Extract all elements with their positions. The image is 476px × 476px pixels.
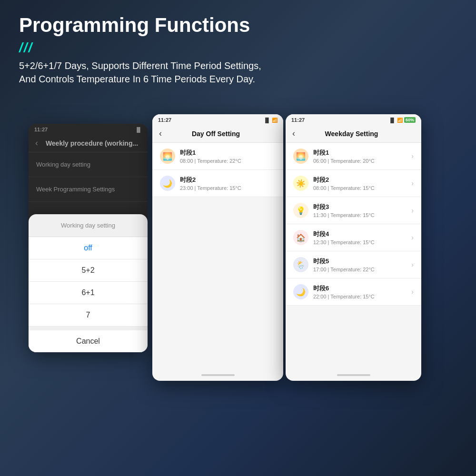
- phone2-signal-icon: ▐▌: [264, 118, 270, 123]
- phone3-nav-title: Weekday Setting: [300, 130, 403, 138]
- phone2-item-1-text: 时段1 08:00 | Temperature: 22°C: [180, 149, 276, 164]
- phone3-item-6-subtitle: 22:00 | Temperature: 15°C: [313, 294, 411, 299]
- phone3-item-5-text: 时段5 17:00 | Temperature: 22°C: [313, 257, 411, 272]
- phone3-signal-icon: ▐▌: [389, 118, 396, 123]
- phone3-item-4[interactable]: 🏠 时段4 12:30 | Temperature: 15°C ›: [286, 224, 421, 251]
- phone-3: 11:27 ▐▌ 📶 60% ‹ Weekday Setting 🌅 时段1 0…: [286, 114, 421, 381]
- phone3-item-2-text: 时段2 08:00 | Temperature: 15°C: [313, 176, 411, 191]
- subtitle-line1: 5+2/6+1/7 Days, Supports Different Time …: [19, 60, 261, 71]
- phone3-item-6[interactable]: 🌙 时段6 22:00 | Temperature: 15°C ›: [286, 278, 421, 306]
- phone2-item-2[interactable]: 🌙 时段2 23:00 | Temperature: 15°C: [152, 170, 283, 197]
- phone3-item-4-title: 时段4: [313, 230, 411, 238]
- phone2-icon-2: 🌙: [160, 176, 175, 191]
- phone2-status-bar: 11:27 ▐▌ 📶: [152, 114, 283, 125]
- phone2-status-icons: ▐▌ 📶: [264, 118, 278, 123]
- phone3-item-2[interactable]: ☀️ 时段2 08:00 | Temperature: 15°C ›: [286, 170, 421, 197]
- phone3-icon-3: 💡: [293, 203, 308, 218]
- sheet-option-off[interactable]: off: [29, 237, 148, 259]
- phone2-item-1[interactable]: 🌅 时段1 08:00 | Temperature: 22°C: [152, 143, 283, 170]
- phone3-item-6-text: 时段6 22:00 | Temperature: 15°C: [313, 284, 411, 299]
- phone3-status-icons: ▐▌ 📶 60%: [389, 117, 416, 123]
- phone3-item-3-subtitle: 11:30 | Temperature: 15°C: [313, 212, 411, 218]
- phone2-nav-bar: ‹ Day Off Setting: [152, 125, 283, 143]
- phone2-home-indicator: [201, 374, 235, 376]
- phone3-item-6-title: 时段6: [313, 284, 411, 293]
- phone3-item-4-text: 时段4 12:30 | Temperature: 15°C: [313, 230, 411, 245]
- header-section: Programming Functions /// 5+2/6+1/7 Days…: [19, 14, 457, 86]
- subtitle-line2: And Controls Temperature In 6 Time Perio…: [19, 74, 255, 84]
- phone2-item-1-title: 时段1: [180, 149, 276, 157]
- sheet-option-5plus2[interactable]: 5+2: [29, 259, 148, 282]
- phone3-home-indicator: [337, 374, 370, 376]
- title-accent: ///: [19, 40, 457, 55]
- phone3-item-5[interactable]: 🌦️ 时段5 17:00 | Temperature: 22°C ›: [286, 251, 421, 278]
- phone2-icon-1: 🌅: [160, 149, 175, 164]
- phone3-item-3-title: 时段3: [313, 203, 411, 211]
- phone2-item-2-text: 时段2 23:00 | Temperature: 15°C: [180, 176, 276, 191]
- phone3-wifi-icon: 📶: [397, 118, 403, 123]
- phone3-icon-6: 🌙: [293, 284, 308, 299]
- phone3-item-5-title: 时段5: [313, 257, 411, 266]
- phone3-chevron-5: ›: [411, 261, 414, 268]
- phone3-item-2-subtitle: 08:00 | Temperature: 15°C: [313, 185, 411, 191]
- phone3-item-3[interactable]: 💡 时段3 11:30 | Temperature: 15°C ›: [286, 197, 421, 224]
- phone3-battery-badge: 60%: [404, 117, 416, 123]
- phone3-time: 11:27: [291, 117, 305, 123]
- phones-container: 11:27 ▐▌ ‹ Weekly procedure (working... …: [14, 114, 462, 466]
- phone3-icon-1: 🌅: [293, 149, 308, 164]
- bottom-sheet: Working day setting off 5+2 6+1 7 Cancel: [29, 214, 148, 352]
- phone2-item-2-title: 时段2: [180, 176, 276, 184]
- phone2-back-arrow[interactable]: ‹: [159, 129, 162, 139]
- phone3-chevron-4: ›: [411, 234, 414, 241]
- phone3-item-5-subtitle: 17:00 | Temperature: 22°C: [313, 267, 411, 272]
- main-title: Programming Functions: [19, 14, 457, 36]
- sheet-cancel[interactable]: Cancel: [29, 330, 148, 352]
- phone-2: 11:27 ▐▌ 📶 ‹ Day Off Setting 🌅 时段1 08:00…: [152, 114, 283, 381]
- phone2-wifi-icon: 📶: [272, 118, 278, 123]
- phone3-item-1[interactable]: 🌅 时段1 06:00 | Temperature: 20°C ›: [286, 143, 421, 170]
- phone3-nav-bar: ‹ Weekday Setting: [286, 125, 421, 143]
- sheet-option-6plus1[interactable]: 6+1: [29, 282, 148, 304]
- phone3-chevron-1: ›: [411, 152, 414, 160]
- phone3-item-2-title: 时段2: [313, 176, 411, 184]
- subtitle: 5+2/6+1/7 Days, Supports Different Time …: [19, 59, 457, 86]
- phone2-nav-title: Day Off Setting: [167, 130, 265, 138]
- phone3-back-arrow[interactable]: ‹: [292, 129, 295, 139]
- sheet-title: Working day setting: [29, 214, 148, 237]
- phone3-chevron-6: ›: [411, 288, 414, 296]
- phone2-time: 11:27: [158, 117, 171, 123]
- phone3-item-1-text: 时段1 06:00 | Temperature: 20°C: [313, 149, 411, 164]
- phone2-item-1-subtitle: 08:00 | Temperature: 22°C: [180, 158, 276, 164]
- phone3-item-1-title: 时段1: [313, 149, 411, 157]
- phone3-chevron-3: ›: [411, 207, 414, 214]
- phone3-chevron-2: ›: [411, 179, 414, 187]
- sheet-option-7[interactable]: 7: [29, 304, 148, 327]
- phone3-icon-2: ☀️: [293, 176, 308, 191]
- phone-1: 11:27 ▐▌ ‹ Weekly procedure (working... …: [29, 124, 148, 352]
- phone3-item-3-text: 时段3 11:30 | Temperature: 15°C: [313, 203, 411, 218]
- phone3-icon-4: 🏠: [293, 230, 308, 245]
- phone3-item-1-subtitle: 06:00 | Temperature: 20°C: [313, 158, 411, 164]
- phone3-item-4-subtitle: 12:30 | Temperature: 15°C: [313, 239, 411, 245]
- phone3-status-bar: 11:27 ▐▌ 📶 60%: [286, 114, 421, 125]
- phone3-icon-5: 🌦️: [293, 257, 308, 272]
- phone2-item-2-subtitle: 23:00 | Temperature: 15°C: [180, 185, 276, 191]
